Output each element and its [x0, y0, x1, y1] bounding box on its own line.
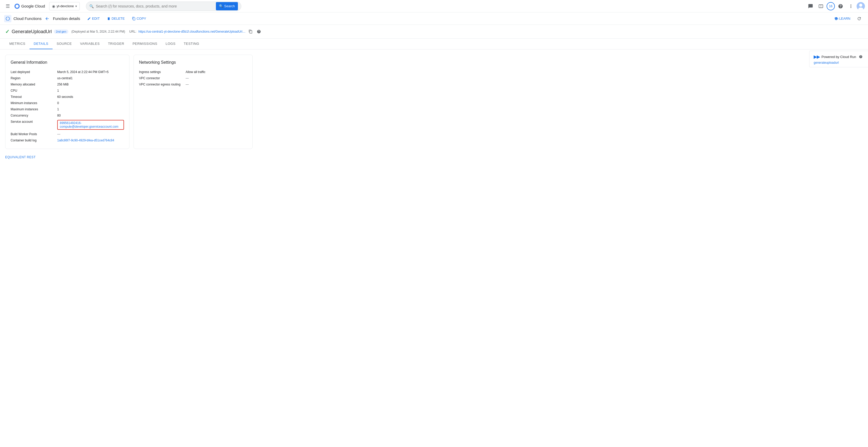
- equivalent-rest: EQUIVALENT REST: [5, 155, 863, 159]
- value-max-instances: 1: [57, 108, 124, 111]
- label-vpc-connector: VPC connector: [139, 77, 186, 80]
- networking-title: Networking Settings: [139, 60, 247, 65]
- back-button[interactable]: [43, 15, 51, 22]
- info-row-build-worker: Build Worker Pools —: [10, 131, 124, 137]
- value-build-worker: —: [57, 132, 124, 136]
- label-last-deployed: Last deployed: [10, 70, 57, 74]
- url-label: URL:: [129, 30, 136, 33]
- label-memory: Memory allocated: [10, 83, 57, 86]
- edit-label: EDIT: [92, 17, 100, 21]
- info-row-service-account: Service account 899561492416-compute@dev…: [10, 119, 124, 131]
- second-nav: Cloud Functions Function details EDIT DE…: [0, 12, 868, 25]
- copy-label: COPY: [137, 17, 146, 21]
- notification-count[interactable]: 16: [827, 2, 835, 10]
- value-region: us-central1: [57, 77, 124, 80]
- chevron-down-icon: ▾: [75, 4, 77, 8]
- value-cpu: 1: [57, 89, 124, 92]
- function-header: ✓ GenerateUploadUrl 2nd gen (Deployed at…: [0, 25, 868, 38]
- info-row-ingress: Ingress settings Allow all traffic: [139, 69, 247, 75]
- info-row-cpu: CPU 1: [10, 88, 124, 94]
- copy-url-icon[interactable]: [247, 29, 254, 35]
- value-ingress: Allow all traffic: [186, 70, 247, 74]
- value-last-deployed: March 5, 2024 at 2:22:44 PM GMT+5: [57, 70, 124, 74]
- value-memory: 256 MiB: [57, 83, 124, 86]
- label-region: Region: [10, 77, 57, 80]
- label-vpc-egress: VPC connector egress routing: [139, 83, 186, 86]
- service-title: Cloud Functions: [13, 16, 41, 21]
- logo-text: Google Cloud: [21, 4, 45, 8]
- function-url[interactable]: https://us-central1-yt-devclone-d5b1f.cl…: [138, 30, 246, 33]
- tab-logs[interactable]: LOGS: [161, 38, 180, 49]
- search-label: Search: [224, 4, 235, 8]
- tabs-bar: METRICS DETAILS SOURCE VARIABLES TRIGGER…: [0, 38, 868, 50]
- more-icon[interactable]: [846, 2, 856, 11]
- tab-variables[interactable]: VARIABLES: [76, 38, 104, 49]
- top-nav: ☰ Google Cloud ◉ yt-devclone ▾ 🔍 🔍 Searc…: [0, 0, 868, 12]
- label-max-instances: Maximum instances: [10, 108, 57, 111]
- info-row-timeout: Timeout 60 seconds: [10, 94, 124, 100]
- url-help-icon[interactable]: [256, 29, 262, 35]
- search-input[interactable]: [96, 4, 214, 8]
- menu-icon[interactable]: ☰: [3, 2, 12, 11]
- info-row-vpc-connector: VPC connector —: [139, 75, 247, 81]
- support-icon[interactable]: [806, 2, 815, 11]
- value-concurrency: 80: [57, 114, 124, 117]
- info-table: Last deployed March 5, 2024 at 2:22:44 P…: [10, 69, 124, 144]
- tab-details[interactable]: DETAILS: [30, 38, 53, 49]
- info-row-vpc-egress: VPC connector egress routing —: [139, 81, 247, 88]
- label-service-account: Service account: [10, 120, 57, 123]
- label-container-log: Container build log: [10, 139, 57, 142]
- tab-metrics[interactable]: METRICS: [5, 38, 30, 49]
- search-icon-inner: 🔍: [89, 4, 94, 8]
- avatar[interactable]: [857, 2, 865, 10]
- google-cloud-logo: Google Cloud: [14, 4, 45, 9]
- cloud-functions-icon: [4, 15, 11, 22]
- learn-button[interactable]: LEARN: [831, 15, 854, 22]
- page-title: Function details: [53, 16, 80, 21]
- value-min-instances: 0: [57, 101, 124, 105]
- deployed-text: (Deployed at Mar 5, 2024, 2:22:44 PM): [71, 30, 125, 33]
- gen-badge: 2nd gen: [54, 30, 68, 34]
- label-ingress: Ingress settings: [139, 70, 186, 74]
- action-buttons: EDIT DELETE COPY: [84, 14, 149, 23]
- label-min-instances: Minimum instances: [10, 101, 57, 105]
- cloud-shell-icon[interactable]: [816, 2, 826, 11]
- delete-button[interactable]: DELETE: [104, 14, 128, 23]
- cloud-run-banner: ▶▶ Powered by Cloud Run generateuploadur…: [809, 51, 868, 67]
- label-build-worker: Build Worker Pools: [10, 132, 57, 136]
- service-account-value[interactable]: 899561492416-compute@developer.gservicea…: [57, 120, 124, 130]
- info-row-region: Region us-central1: [10, 75, 124, 81]
- copy-button[interactable]: COPY: [129, 14, 149, 23]
- label-timeout: Timeout: [10, 95, 57, 99]
- cloud-run-help-icon[interactable]: [858, 54, 864, 60]
- nav-icons: 16: [806, 2, 865, 11]
- edit-button[interactable]: EDIT: [84, 14, 103, 23]
- refresh-icon[interactable]: [855, 14, 864, 23]
- info-row-max-instances: Maximum instances 1: [10, 106, 124, 112]
- tab-trigger[interactable]: TRIGGER: [104, 38, 128, 49]
- container-build-log-link[interactable]: 1a8c86f7-9c90-4929-bfea-d51ced764c84: [57, 139, 114, 142]
- equivalent-rest-link[interactable]: EQUIVALENT REST: [5, 155, 36, 159]
- tab-source[interactable]: SOURCE: [53, 38, 76, 49]
- tab-permissions[interactable]: PERMISSIONS: [128, 38, 161, 49]
- general-info-title: General Information: [10, 60, 124, 65]
- general-info-card: General Information Last deployed March …: [5, 55, 129, 149]
- check-icon: ✓: [5, 29, 9, 35]
- learn-label: LEARN: [839, 17, 850, 21]
- search-button[interactable]: 🔍 Search: [216, 2, 238, 10]
- cloud-run-link[interactable]: generateuploadurl: [814, 61, 839, 64]
- project-selector[interactable]: ◉ yt-devclone ▾: [49, 2, 80, 10]
- info-row-concurrency: Concurrency 80: [10, 112, 124, 119]
- label-concurrency: Concurrency: [10, 114, 57, 117]
- search-icon: 🔍: [219, 4, 223, 8]
- networking-card: Networking Settings Ingress settings All…: [133, 55, 253, 149]
- info-row-memory: Memory allocated 256 MiB: [10, 81, 124, 88]
- info-row-min-instances: Minimum instances 0: [10, 100, 124, 106]
- function-name: GenerateUploadUrl: [12, 29, 52, 34]
- cloud-run-title: ▶▶ Powered by Cloud Run: [814, 54, 864, 60]
- tab-testing[interactable]: TESTING: [180, 38, 204, 49]
- help-icon[interactable]: [836, 2, 845, 11]
- project-name: yt-devclone: [57, 4, 74, 8]
- main-content: General Information Last deployed March …: [0, 50, 868, 154]
- value-timeout: 60 seconds: [57, 95, 124, 99]
